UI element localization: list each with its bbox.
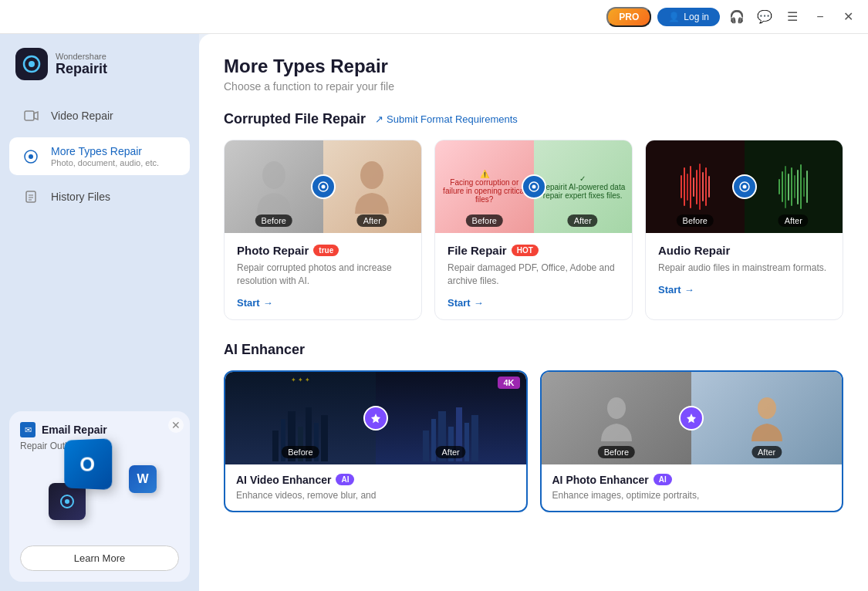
more-types-icon <box>20 146 42 167</box>
section2-title: AI Enhancer <box>224 342 305 358</box>
photo-repair-hot-badge: true <box>313 245 339 256</box>
ai-photo-before: Before <box>542 372 692 464</box>
svg-point-21 <box>758 397 776 419</box>
menu-icon[interactable]: ☰ <box>782 6 803 28</box>
ai-video-title: AI Video Enhancer <box>236 474 331 486</box>
minimize-button[interactable]: − <box>809 6 831 28</box>
file-repair-hot-badge: HOT <box>512 245 539 256</box>
audio-repair-image: Before <box>646 140 843 233</box>
photo-repair-start[interactable]: Start → <box>237 297 273 309</box>
file-after-label: After <box>568 214 598 227</box>
main-content: More Types Repair Choose a function to r… <box>199 34 868 591</box>
brand-name: Wondershare <box>56 52 107 61</box>
file-repair-card[interactable]: ⚠️ Facing corruption or failure in openi… <box>434 140 633 320</box>
svg-point-5 <box>29 154 33 159</box>
file-before-label: Before <box>466 214 503 227</box>
promo-close-button[interactable]: ✕ <box>168 417 184 433</box>
word-cube: W <box>129 465 157 493</box>
ai-photo-before-label: Before <box>598 446 635 458</box>
arrow-icon: → <box>263 297 273 309</box>
email-repair-promo: ✕ ✉ Email Repair Repair Outlook Files O … <box>9 411 190 582</box>
ai-photo-icon <box>679 406 704 431</box>
learn-more-button[interactable]: Learn More <box>20 545 179 571</box>
pro-badge[interactable]: PRO <box>606 7 651 27</box>
file-after: ✓ Repairit AI-powered data repair expert… <box>534 140 633 233</box>
headset-icon[interactable]: 🎧 <box>726 6 748 28</box>
login-button[interactable]: 👤 Log in <box>657 8 720 26</box>
ai-photo-after-label: After <box>751 446 782 458</box>
file-before: ⚠️ Facing corruption or failure in openi… <box>435 140 534 233</box>
ai-photo-after: After <box>691 372 842 464</box>
app-logo-icon <box>15 48 48 80</box>
svg-marker-3 <box>34 112 38 120</box>
svg-point-1 <box>29 61 35 67</box>
close-button[interactable]: ✕ <box>837 6 859 28</box>
app-layout: Wondershare Repairit Video Repair More T… <box>0 34 868 591</box>
audio-repair-desc: Repair audio files in mainstream formats… <box>658 262 830 275</box>
svg-point-20 <box>607 397 626 419</box>
photo-repair-card[interactable]: Before After <box>224 140 422 320</box>
video-repair-label: Video Repair <box>51 110 113 122</box>
svg-point-12 <box>262 161 285 189</box>
ai-video-enhancer-card[interactable]: ✦ ✦ ✦ Before <box>224 370 528 513</box>
ai-photo-enhancer-card[interactable]: Before After <box>540 370 844 513</box>
sidebar: Wondershare Repairit Video Repair More T… <box>0 34 199 591</box>
photo-before: Before <box>225 140 323 233</box>
after-label: After <box>357 214 387 227</box>
corrupted-file-repair-section-header: Corrupted File Repair ↗ Submit Format Re… <box>224 111 843 127</box>
submit-format-link[interactable]: ↗ Submit Format Requirements <box>375 113 518 125</box>
ai-video-icon <box>363 406 388 431</box>
page-title: More Types Repair <box>224 56 843 77</box>
photo-after: After <box>323 140 422 233</box>
external-link-icon: ↗ <box>375 113 383 125</box>
repair-cards-grid: Before After <box>224 140 843 320</box>
photo-repair-title: Photo Repair <box>237 244 309 257</box>
page-subtitle: Choose a function to repair your file <box>224 80 843 93</box>
arrow-icon: → <box>474 297 484 309</box>
history-files-label: History Files <box>51 191 110 203</box>
audio-repair-card[interactable]: Before <box>645 140 843 320</box>
file-repair-title: File Repair <box>448 244 507 257</box>
audio-repair-icon <box>732 174 757 199</box>
sidebar-item-history-files[interactable]: History Files <box>9 178 190 215</box>
ai-video-after-label: After <box>436 446 466 458</box>
app-logo: Wondershare Repairit <box>0 34 199 91</box>
svg-rect-6 <box>26 191 35 202</box>
file-repair-icon <box>522 174 546 199</box>
arrow-icon: → <box>684 284 694 296</box>
more-types-sub: Photo, document, audio, etc. <box>51 158 159 167</box>
file-repair-desc: Repair damaged PDF, Office, Adobe and ar… <box>448 262 620 288</box>
outlook-cube: O <box>64 438 112 490</box>
app-name: Repairit <box>56 61 107 77</box>
svg-point-15 <box>321 185 325 189</box>
audio-after-label: After <box>778 214 809 227</box>
svg-point-19 <box>742 185 746 189</box>
ai-photo-badge: AI <box>654 474 672 485</box>
chat-icon[interactable]: 💬 <box>754 6 775 28</box>
audio-before: Before <box>646 140 745 233</box>
ai-video-before-label: Before <box>282 446 319 458</box>
ai-video-after: 4K After <box>376 372 526 464</box>
sidebar-item-more-types-repair[interactable]: More Types Repair Photo, document, audio… <box>9 137 190 175</box>
ai-video-before: ✦ ✦ ✦ Before <box>225 372 376 464</box>
ai-video-badge: AI <box>336 474 354 485</box>
section1-title: Corrupted File Repair <box>224 111 366 127</box>
promo-title: Email Repair <box>42 424 107 436</box>
photo-repair-icon <box>311 174 336 199</box>
photo-repair-desc: Repair corrupted photos and increase res… <box>237 262 409 288</box>
file-repair-image: ⚠️ Facing corruption or failure in openi… <box>435 140 632 233</box>
audio-repair-start[interactable]: Start → <box>658 284 694 296</box>
title-bar: PRO 👤 Log in 🎧 💬 ☰ − ✕ <box>0 0 868 34</box>
ai-photo-image: Before After <box>542 372 843 464</box>
audio-before-label: Before <box>677 214 714 227</box>
svg-point-11 <box>65 499 69 504</box>
ai-video-desc: Enhance videos, remove blur, and <box>236 489 515 502</box>
ai-enhancer-section-header: AI Enhancer <box>224 342 843 358</box>
before-label: Before <box>255 214 292 227</box>
file-repair-start[interactable]: Start → <box>448 297 484 309</box>
sidebar-item-video-repair[interactable]: Video Repair <box>9 97 190 134</box>
video-repair-icon <box>20 105 42 127</box>
email-icon: ✉ <box>20 422 35 437</box>
promo-illustration: O W <box>20 458 179 542</box>
sidebar-nav: Video Repair More Types Repair Photo, do… <box>0 91 199 402</box>
